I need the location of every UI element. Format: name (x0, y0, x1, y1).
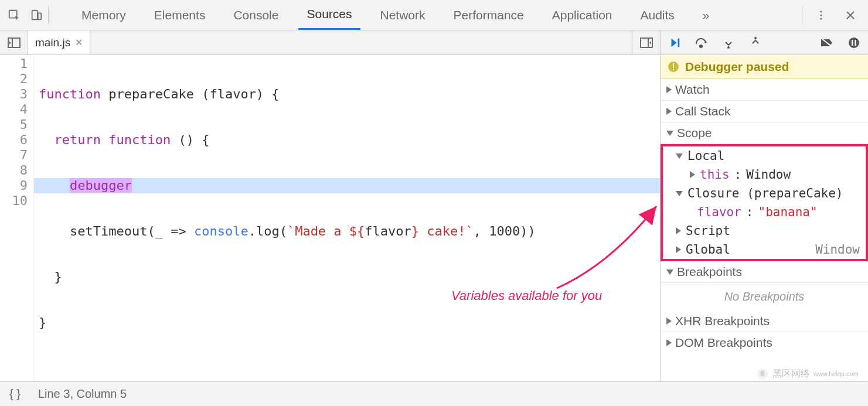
tab-audits[interactable]: Audits (632, 0, 682, 30)
chevron-right-icon (676, 246, 681, 253)
divider (802, 6, 802, 24)
close-file-icon[interactable]: ✕ (75, 37, 83, 48)
scope-highlight-box: Local this: Window Closure (prepareCake)… (661, 144, 868, 261)
scope-global[interactable]: Global Window (663, 240, 866, 259)
chevron-right-icon (676, 227, 681, 234)
scope-local[interactable]: Local (663, 146, 866, 165)
navigator-toggle-icon[interactable] (0, 30, 28, 54)
settings-menu-icon[interactable] (811, 5, 832, 26)
tab-performance[interactable]: Performance (445, 0, 532, 30)
svg-rect-1 (32, 10, 38, 19)
svg-rect-13 (852, 40, 853, 46)
chevron-down-icon (676, 191, 683, 196)
file-tab-main-js[interactable]: main.js ✕ (28, 30, 90, 54)
chevron-right-icon (666, 339, 672, 346)
scope-closure-flavor[interactable]: flavor: "banana" (663, 203, 866, 221)
tab-application[interactable]: Application (544, 0, 621, 30)
scope-script[interactable]: Script (663, 221, 866, 240)
svg-rect-16 (673, 63, 674, 68)
svg-point-4 (820, 14, 822, 16)
file-tabbar: main.js ✕ (0, 30, 660, 55)
svg-point-9 (700, 45, 702, 47)
tab-console[interactable]: Console (225, 0, 287, 30)
tab-memory[interactable]: Memory (73, 0, 134, 30)
svg-point-10 (727, 46, 730, 49)
no-breakpoints-text: No Breakpoints (661, 283, 868, 311)
section-scope[interactable]: Scope (661, 122, 868, 144)
device-toggle-icon[interactable] (26, 5, 47, 26)
pretty-print-icon[interactable]: { } (9, 387, 21, 401)
svg-rect-2 (38, 13, 42, 19)
svg-point-11 (754, 37, 757, 39)
scope-this[interactable]: this: Window (663, 165, 866, 184)
svg-point-3 (820, 11, 822, 12)
tab-network[interactable]: Network (372, 0, 434, 30)
status-bar: { } Line 3, Column 5 (0, 381, 868, 406)
svg-rect-8 (678, 38, 680, 47)
svg-rect-17 (673, 69, 674, 70)
pause-on-exceptions-icon[interactable] (846, 35, 862, 51)
section-call-stack[interactable]: Call Stack (661, 101, 868, 122)
svg-point-5 (820, 18, 822, 19)
code-content: function prepareCake (flavor) { return f… (34, 55, 660, 381)
panel-tabs: Memory Elements Console Sources Network … (73, 0, 801, 30)
step-into-icon[interactable] (720, 35, 737, 51)
editor-area: main.js ✕ 1 2 3 4 5 6 7 8 9 10 func (0, 30, 661, 381)
svg-point-12 (849, 37, 859, 48)
debug-toolbar (661, 30, 868, 55)
banner-text: Debugger paused (685, 60, 789, 74)
snippets-toggle-icon[interactable] (632, 30, 660, 54)
topbar-right (802, 5, 864, 26)
devtools-topbar: Memory Elements Console Sources Network … (0, 0, 868, 30)
annotation-text: Variables available for you (451, 288, 602, 303)
cursor-position: Line 3, Column 5 (38, 387, 127, 401)
debugger-paused-banner: Debugger paused (661, 55, 868, 79)
svg-rect-14 (855, 40, 857, 46)
chevron-down-icon (666, 131, 673, 136)
main-split: main.js ✕ 1 2 3 4 5 6 7 8 9 10 func (0, 30, 868, 381)
tab-sources[interactable]: Sources (298, 0, 360, 30)
section-dom-breakpoints[interactable]: DOM Breakpoints (661, 332, 868, 353)
chevron-right-icon (666, 318, 672, 325)
resume-icon[interactable] (666, 35, 683, 51)
debugger-sidebar: Debugger paused Watch Call Stack Scope L… (661, 30, 868, 381)
chevron-right-icon (666, 108, 672, 115)
divider (48, 6, 49, 24)
step-out-icon[interactable] (747, 35, 764, 51)
step-over-icon[interactable] (693, 35, 710, 51)
close-devtools-icon[interactable] (840, 5, 861, 26)
tab-elements[interactable]: Elements (146, 0, 214, 30)
chevron-right-icon (666, 86, 672, 93)
inspect-element-icon[interactable] (4, 5, 25, 26)
deactivate-breakpoints-icon[interactable] (819, 35, 835, 51)
section-watch[interactable]: Watch (661, 79, 868, 101)
code-editor[interactable]: 1 2 3 4 5 6 7 8 9 10 function prepareCak… (0, 55, 660, 381)
section-breakpoints[interactable]: Breakpoints (661, 261, 868, 283)
scope-closure[interactable]: Closure (prepareCake) (663, 184, 866, 203)
section-xhr-breakpoints[interactable]: XHR Breakpoints (661, 311, 868, 332)
line-gutter: 1 2 3 4 5 6 7 8 9 10 (0, 55, 34, 381)
file-tab-label: main.js (35, 36, 70, 49)
tabs-overflow-icon[interactable]: » (695, 0, 718, 30)
chevron-right-icon (690, 171, 695, 178)
chevron-down-icon (666, 269, 673, 275)
chevron-down-icon (676, 153, 683, 159)
